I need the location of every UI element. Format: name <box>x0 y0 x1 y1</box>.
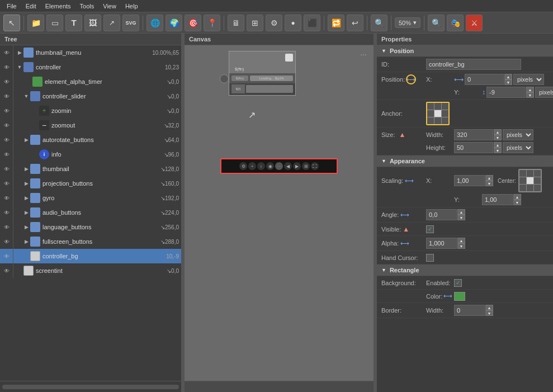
share-btn[interactable]: 🎭 <box>447 15 464 31</box>
eye-controller-slider[interactable]: 👁 <box>0 89 13 103</box>
eye-element-alpha-timer[interactable]: 👁 <box>0 74 13 89</box>
tree-item-projection-buttons[interactable]: 👁 ▶ projection_buttons ↘160,0 <box>0 176 181 191</box>
svg-btn[interactable]: SVG <box>122 15 139 31</box>
anchor-mc[interactable] <box>434 110 441 117</box>
section-position-header[interactable]: ▼ Position <box>377 45 553 57</box>
globe2-btn[interactable]: 🌍 <box>166 15 182 31</box>
tree-item-thumbnail-menu[interactable]: 👁 ▶ thumbnail_menu 10.00%,65 <box>0 45 181 60</box>
height-spinner-down[interactable]: ▼ <box>494 148 502 153</box>
tree-item-thumbnail[interactable]: 👁 ▶ thumbnail ↘128,0 <box>0 162 181 176</box>
search-btn[interactable]: 🔍 <box>371 15 387 31</box>
monitor-btn[interactable]: 🖥 <box>228 15 244 31</box>
y-units-select[interactable]: pixels <box>535 87 553 98</box>
eye-controller-bg[interactable]: 👁 <box>0 249 13 263</box>
menu-view[interactable]: View <box>98 2 121 11</box>
menu-help[interactable]: Help <box>121 2 143 11</box>
tree-item-autorotate-buttons[interactable]: 👁 ▶ autorotate_buttons ↘64,0 <box>0 133 181 147</box>
eye-thumbnail-menu[interactable]: 👁 <box>0 45 13 60</box>
settings-btn[interactable]: ⚙ <box>266 15 282 31</box>
position-link-icon[interactable]: ⟷ <box>406 74 416 84</box>
prop-border-width-input[interactable] <box>454 305 485 316</box>
cursor-btn[interactable]: ↗ <box>103 15 120 31</box>
export-btn[interactable]: ⚔ <box>466 15 483 31</box>
eye-autorotate-buttons[interactable]: 👁 <box>0 133 13 147</box>
tree-item-zoomout[interactable]: 👁 − zoomout ↘32,0 <box>0 118 181 133</box>
center-bc[interactable] <box>527 185 533 191</box>
eye-fullscreen-buttons[interactable]: 👁 <box>0 234 13 249</box>
rotate-btn[interactable]: 🔁 <box>328 15 344 31</box>
tree-item-language-buttons[interactable]: 👁 ▶ language_buttons ↘256,0 <box>0 220 181 234</box>
prop-x-input[interactable] <box>465 74 504 85</box>
prop-alpha-input[interactable] <box>426 238 457 249</box>
prop-angle-input[interactable] <box>426 209 457 220</box>
eye-zoomin[interactable]: 👁 <box>0 103 13 118</box>
eye-language-buttons[interactable]: 👁 <box>0 220 13 234</box>
center-mc[interactable] <box>527 177 533 184</box>
eye-gyro[interactable]: 👁 <box>0 191 13 205</box>
preview-btn[interactable]: 🔍 <box>428 15 445 31</box>
dot-btn[interactable]: ● <box>285 15 301 31</box>
anchor-tl[interactable] <box>427 103 434 110</box>
prop-scale-y-input[interactable] <box>482 194 513 205</box>
center-mr[interactable] <box>534 177 541 184</box>
eye-zoomout[interactable]: 👁 <box>0 118 13 133</box>
color-swatch[interactable] <box>454 292 465 301</box>
scale-x-down[interactable]: ▼ <box>485 181 493 186</box>
tree-item-audio-buttons[interactable]: 👁 ▶ audio_buttons ↘224,0 <box>0 205 181 220</box>
width-units-select[interactable]: pixels <box>503 129 533 140</box>
tree-item-zoomin[interactable]: 👁 + zoomin ↘0,0 <box>0 103 181 118</box>
prop-height-input[interactable] <box>454 142 493 153</box>
anchor-tr[interactable] <box>442 103 448 110</box>
zoom-control[interactable]: 50% ▾ <box>395 17 420 28</box>
eye-screentint[interactable]: 👁 <box>0 263 13 278</box>
menu-edit[interactable]: Edit <box>21 2 41 11</box>
visible-checkbox[interactable] <box>426 225 434 233</box>
scale-y-up[interactable]: ▲ <box>513 194 521 200</box>
tree-item-screentint[interactable]: 👁 screentint ↘0,0 <box>0 263 181 278</box>
x-spinner-up[interactable]: ▲ <box>504 74 512 79</box>
tree-item-controller-bg[interactable]: 👁 controller_bg 10,-9 <box>0 249 181 263</box>
prop-width-input[interactable] <box>454 129 493 140</box>
height-spinner-up[interactable]: ▲ <box>494 142 502 148</box>
open-btn[interactable]: 📁 <box>27 15 44 31</box>
menu-tools[interactable]: Tools <box>75 2 99 11</box>
border-width-up[interactable]: ▲ <box>485 305 493 310</box>
tree-item-fullscreen-buttons[interactable]: 👁 ▶ fullscreen_buttons ↘288,0 <box>0 234 181 249</box>
section-appearance-header[interactable]: ▼ Appearance <box>377 155 553 167</box>
tree-item-controller-slider[interactable]: 👁 ▼ controller_slider ↘0,0 <box>0 89 181 103</box>
center-grid[interactable] <box>518 169 542 192</box>
eye-projection-buttons[interactable]: 👁 <box>0 176 13 191</box>
scale-x-up[interactable]: ▲ <box>485 175 493 181</box>
anchor-br[interactable] <box>442 117 448 124</box>
anchor-bc[interactable] <box>434 117 441 124</box>
target-btn[interactable]: 🎯 <box>185 15 201 31</box>
props-scroll[interactable]: ▼ Position ID: Position: ⟷ X: ⟷ <box>377 45 553 392</box>
image-btn[interactable]: 🖼 <box>84 15 101 31</box>
tree-item-element-alpha-timer[interactable]: 👁 element_alpha_timer ↘0,0 <box>0 74 181 89</box>
tree-item-info[interactable]: 👁 i info ↘96,0 <box>0 147 181 162</box>
hand-cursor-checkbox[interactable] <box>426 254 434 262</box>
eye-controller[interactable]: 👁 <box>0 60 13 74</box>
width-spinner-up[interactable]: ▲ <box>494 129 502 135</box>
center-ml[interactable] <box>519 177 526 184</box>
width-spinner-down[interactable]: ▼ <box>494 135 502 140</box>
bg-enabled-checkbox[interactable] <box>454 279 462 287</box>
prop-id-input[interactable] <box>426 59 521 70</box>
grid-btn[interactable]: ⊞ <box>247 15 263 31</box>
anchor-tc[interactable] <box>434 103 441 110</box>
square-btn[interactable]: ⬛ <box>304 15 320 31</box>
tree-scroll[interactable]: 👁 ▶ thumbnail_menu 10.00%,65 👁 ▼ control… <box>0 45 181 381</box>
scale-y-down[interactable]: ▼ <box>513 200 521 205</box>
canvas-area[interactable]: ··· ✓ $(ftn) $(ftn) Loading... $(p)% $(f… <box>185 45 374 381</box>
eye-thumbnail[interactable]: 👁 <box>0 162 13 176</box>
center-tc[interactable] <box>527 170 533 177</box>
pin-btn[interactable]: 📍 <box>204 15 220 31</box>
x-units-select[interactable]: pixels <box>513 74 544 85</box>
select-tool-btn[interactable]: ↖ <box>3 15 20 31</box>
rect-tool-btn[interactable]: ▭ <box>46 15 63 31</box>
menu-file[interactable]: File <box>2 2 21 11</box>
x-spinner-down[interactable]: ▼ <box>504 79 512 85</box>
eye-audio-buttons[interactable]: 👁 <box>0 205 13 220</box>
tree-item-gyro[interactable]: 👁 ▶ gyro ↘192,0 <box>0 191 181 205</box>
center-br[interactable] <box>534 185 541 191</box>
